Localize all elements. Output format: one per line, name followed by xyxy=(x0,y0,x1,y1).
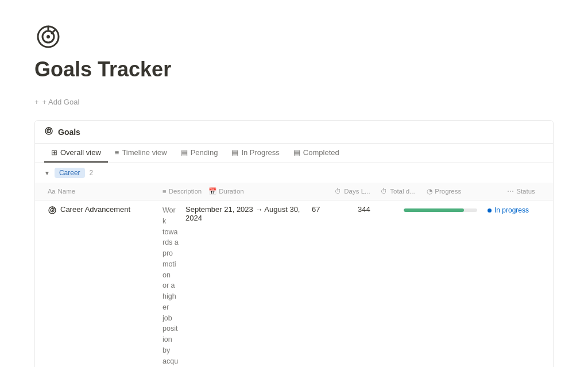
svg-line-14 xyxy=(53,208,55,209)
progress-icon-career: ◔ xyxy=(427,187,432,195)
col-progress-career: ◔ Progress xyxy=(423,185,504,198)
col-name-career: Aa Name xyxy=(44,185,159,198)
progress-bar-wrap-career-advancement xyxy=(404,208,477,212)
text-icon-career-name: Aa xyxy=(48,188,55,195)
col-headers-career: Aa Name ≡ Description 📅 Duration ⏱ Days … xyxy=(35,183,553,200)
filter-icon-completed: ▤ xyxy=(293,148,300,157)
database-container: Goals ⊞ Overall view ≡ Timeline view ▤ P… xyxy=(34,120,554,367)
group-career-count: 2 xyxy=(90,169,94,177)
cell-progress-career-advancement xyxy=(400,200,481,217)
tab-pending-label: Pending xyxy=(191,148,218,157)
cell-desc-career-advancement: Work towards a promotion or a higher job… xyxy=(159,200,182,367)
col-desc-career: ≡ Description xyxy=(159,185,205,198)
database-title: Goals xyxy=(58,128,80,137)
group-career: ▼ Career 2 Aa Name ≡ Description 📅 Durat… xyxy=(35,163,553,367)
status-badge-career-advancement: In progress xyxy=(484,205,532,215)
tab-overall-view-label: Overall view xyxy=(60,148,101,157)
plus-icon: + xyxy=(34,98,39,106)
cell-totaldays-career-advancement: 344 xyxy=(354,200,400,218)
page-title: Goals Tracker xyxy=(34,57,554,82)
group-career-header: ▼ Career 2 xyxy=(35,163,553,183)
add-goal-button[interactable]: + + Add Goal xyxy=(34,95,79,109)
progress-bar-fill-career-advancement xyxy=(404,208,464,212)
tab-overall-view[interactable]: ⊞ Overall view xyxy=(44,144,108,163)
tab-completed-label: Completed xyxy=(303,148,339,157)
status-dot-career-advancement xyxy=(488,208,492,213)
page-icon xyxy=(34,23,62,51)
status-label-career-advancement: In progress xyxy=(494,206,529,214)
col-status-career: ⋯ Status xyxy=(504,185,554,198)
clock-icon-career-total: ⏱ xyxy=(381,188,388,195)
tab-pending[interactable]: ▤ Pending xyxy=(174,144,225,163)
grid-icon: ⊞ xyxy=(51,148,57,157)
col-duration-career: 📅 Duration xyxy=(205,185,331,198)
calendar-icon-career: 📅 xyxy=(208,187,216,195)
page-container: Goals Tracker + + Add Goal Goals ⊞ xyxy=(0,0,588,367)
timeline-icon: ≡ xyxy=(115,148,119,157)
col-totaldays-career: ⏱ Total d... xyxy=(377,185,423,198)
name-career-advancement: Career Advancement xyxy=(60,205,130,214)
cell-status-career-advancement: In progress xyxy=(481,200,544,220)
svg-point-7 xyxy=(48,130,49,132)
tab-completed[interactable]: ▤ Completed xyxy=(287,144,346,163)
list-icon-career-desc: ≡ xyxy=(163,188,167,195)
database-icon xyxy=(44,126,53,137)
add-goal-label: + Add Goal xyxy=(42,98,80,106)
cell-duration-career-advancement: September 21, 2023 → August 30, 2024 xyxy=(182,200,308,227)
tabs-bar: ⊞ Overall view ≡ Timeline view ▤ Pending… xyxy=(35,144,553,163)
tab-timeline-view[interactable]: ≡ Timeline view xyxy=(108,144,174,163)
svg-point-12 xyxy=(52,210,53,211)
filter-icon-in-progress: ▤ xyxy=(231,148,238,157)
status-icon-career: ⋯ xyxy=(507,187,514,195)
group-career-toggle[interactable]: ▼ xyxy=(44,170,50,176)
goal-icon-career-advancement xyxy=(48,206,57,215)
tab-timeline-view-label: Timeline view xyxy=(122,148,167,157)
svg-line-4 xyxy=(52,30,55,33)
database-header: Goals xyxy=(35,121,553,144)
table-row: Career Advancement Work towards a promot… xyxy=(35,200,553,367)
group-career-label: Career xyxy=(55,168,85,178)
svg-point-2 xyxy=(47,35,50,38)
filter-icon-pending: ▤ xyxy=(181,148,188,157)
tab-in-progress-label: In Progress xyxy=(241,148,279,157)
cell-daysleft-career-advancement: 67 xyxy=(308,200,354,218)
clock-icon-career-days: ⏱ xyxy=(335,188,342,195)
cell-name-career-advancement: Career Advancement xyxy=(44,200,159,219)
col-daysleft-career: ⏱ Days L... xyxy=(331,185,377,198)
tab-in-progress[interactable]: ▤ In Progress xyxy=(225,144,286,163)
svg-line-9 xyxy=(51,129,51,129)
